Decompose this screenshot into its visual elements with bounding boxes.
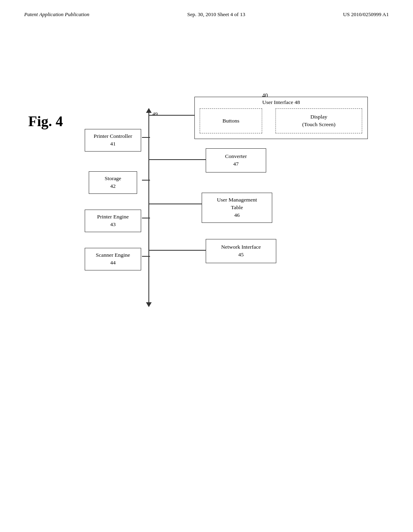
printer-controller-label: Printer Controller41 (94, 133, 132, 147)
storage-box: Storage42 (89, 171, 137, 194)
connector-network (149, 250, 212, 251)
converter-box: Converter47 (206, 148, 266, 172)
user-management-label: User ManagementTable46 (217, 197, 257, 218)
buttons-label: Buttons (222, 118, 239, 124)
connector-printer-controller (142, 137, 150, 138)
display-box: Display (Touch Screen) (275, 108, 362, 133)
header-patent-number: US 2010/0250999 A1 (343, 11, 389, 18)
connector-printer-engine (142, 218, 150, 218)
printer-engine-label: Printer Engine43 (97, 214, 129, 227)
connector-scanner-engine (142, 256, 150, 257)
arrow-up-icon (146, 108, 152, 113)
buttons-box: Buttons (200, 108, 262, 133)
bus-line (148, 111, 149, 304)
converter-label: Converter47 (225, 153, 247, 167)
user-management-box: User ManagementTable46 (202, 193, 272, 223)
network-interface-label: Network Interface45 (221, 244, 261, 258)
connector-ui (149, 115, 194, 116)
storage-label: Storage42 (104, 175, 121, 189)
display-label-line2: (Touch Screen) (302, 121, 336, 129)
arrow-down-icon (146, 302, 152, 307)
bus-label: 49 (152, 111, 158, 117)
figure-label: Fig. 4 (28, 113, 63, 130)
user-interface-outer-box: User Interface 48 Buttons Display (Touch… (194, 97, 368, 139)
header-publication: Patent Application Publication (24, 11, 90, 18)
scanner-engine-label: Scanner Engine44 (96, 252, 130, 266)
header-date-sheet: Sep. 30, 2010 Sheet 4 of 13 (187, 11, 245, 18)
diagram-area: Fig. 4 49 40 Printer Controller41 Storag… (24, 89, 389, 330)
page-header: Patent Application Publication Sep. 30, … (0, 11, 413, 18)
connector-converter (149, 159, 212, 160)
connector-storage (142, 180, 150, 181)
connector-usermgmt (149, 204, 208, 204)
printer-engine-box: Printer Engine43 (85, 210, 141, 232)
display-label-line1: Display (311, 113, 327, 121)
scanner-engine-box: Scanner Engine44 (85, 248, 141, 270)
printer-controller-box: Printer Controller41 (85, 129, 141, 152)
network-interface-box: Network Interface45 (206, 239, 276, 263)
user-interface-label: User Interface 48 (195, 97, 367, 106)
